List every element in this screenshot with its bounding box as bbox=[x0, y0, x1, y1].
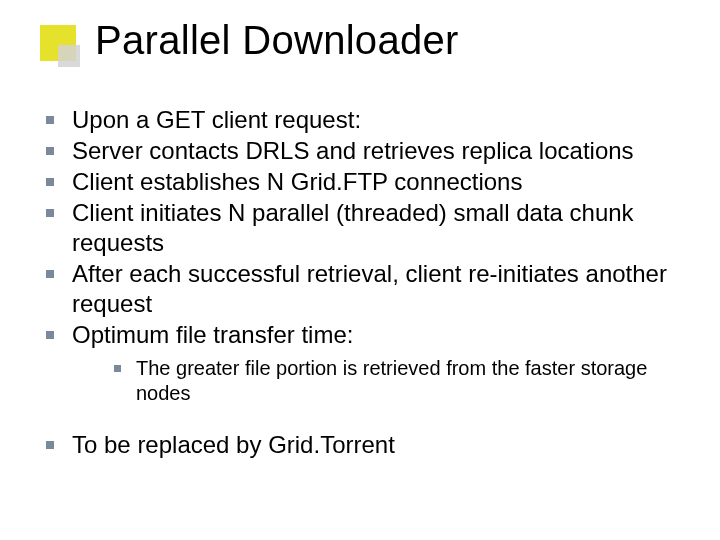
bullet-text: To be replaced by Grid.Torrent bbox=[72, 431, 395, 458]
bullet-text: Client establishes N Grid.FTP connection… bbox=[72, 168, 522, 195]
bullet-text: Client initiates N parallel (threaded) s… bbox=[72, 199, 634, 256]
title-decor-square-small-icon bbox=[58, 45, 80, 67]
list-item: Server contacts DRLS and retrieves repli… bbox=[36, 136, 692, 166]
bullet-text: After each successful retrieval, client … bbox=[72, 260, 667, 317]
list-item: The greater file portion is retrieved fr… bbox=[102, 356, 692, 406]
sub-bullet-list: The greater file portion is retrieved fr… bbox=[72, 356, 692, 406]
bullet-text: Server contacts DRLS and retrieves repli… bbox=[72, 137, 634, 164]
list-item: Optimum file transfer time: The greater … bbox=[36, 320, 692, 406]
list-item: Client establishes N Grid.FTP connection… bbox=[36, 167, 692, 197]
list-item: Upon a GET client request: bbox=[36, 105, 692, 135]
spacer bbox=[36, 412, 692, 430]
sub-bullet-text: The greater file portion is retrieved fr… bbox=[136, 357, 647, 404]
bullet-text: Optimum file transfer time: bbox=[72, 321, 353, 348]
slide: Parallel Downloader Upon a GET client re… bbox=[0, 0, 720, 540]
list-item: Client initiates N parallel (threaded) s… bbox=[36, 198, 692, 258]
bullet-list-final: To be replaced by Grid.Torrent bbox=[36, 430, 692, 460]
list-item: To be replaced by Grid.Torrent bbox=[36, 430, 692, 460]
bullet-list: Upon a GET client request: Server contac… bbox=[36, 105, 692, 406]
slide-title: Parallel Downloader bbox=[95, 18, 459, 63]
slide-body: Upon a GET client request: Server contac… bbox=[36, 105, 692, 461]
bullet-text: Upon a GET client request: bbox=[72, 106, 361, 133]
list-item: After each successful retrieval, client … bbox=[36, 259, 692, 319]
